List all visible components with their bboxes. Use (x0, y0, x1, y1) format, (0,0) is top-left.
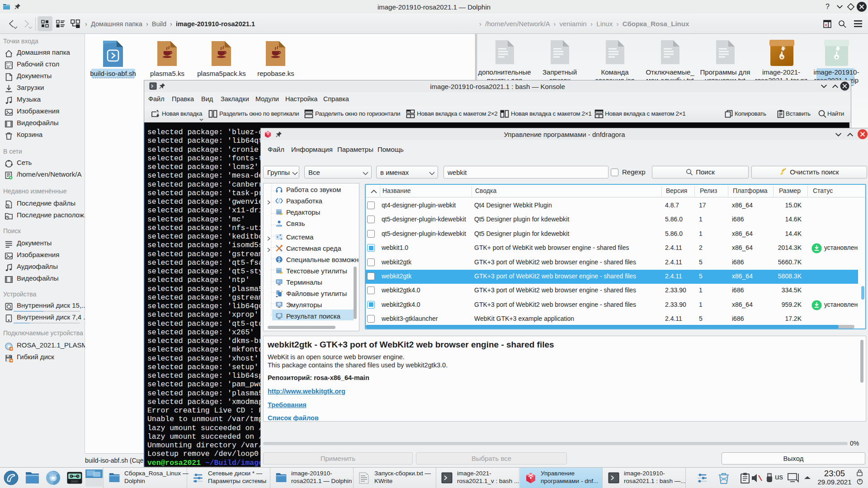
svg-text:?: ? (826, 3, 830, 10)
svg-text:x: x (825, 23, 827, 27)
